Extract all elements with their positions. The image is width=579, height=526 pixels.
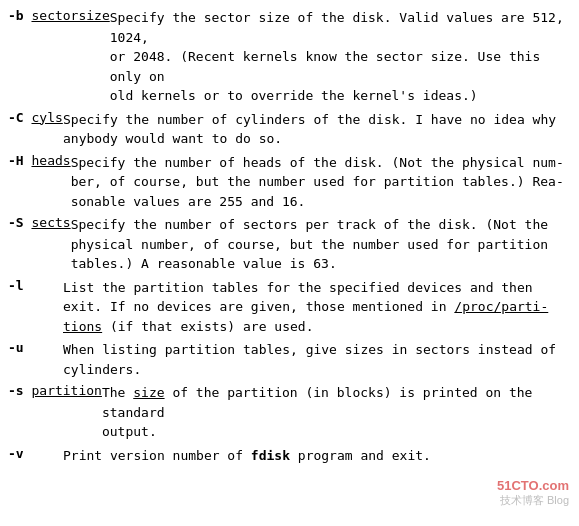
desc-l-text: List the partition tables for the specif… [63, 278, 571, 337]
option-heads: heads [31, 153, 70, 168]
desc-C-text: Specify the number of cylinders of the d… [63, 110, 571, 149]
entry-H: -H heads Specify the number of heads of … [8, 153, 571, 212]
entry-S: -S sects Specify the number of sectors p… [8, 215, 571, 274]
proc-partitions-link[interactable]: /proc/parti-tions [63, 299, 548, 334]
option-sectorsize: sectorsize [31, 8, 109, 23]
flag-col-H: -H heads [8, 153, 71, 212]
desc-b: Specify the sector size of the disk. Val… [110, 8, 571, 106]
desc-v: Print version number of fdisk program an… [63, 446, 571, 466]
desc-u-text: When listing partition tables, give size… [63, 340, 571, 379]
entry-u: -u When listing partition tables, give s… [8, 340, 571, 379]
flag-S: -S [8, 215, 24, 230]
option-sects: sects [31, 215, 70, 230]
desc-b-text: Specify the sector size of the disk. Val… [110, 8, 571, 106]
flag-col-l: -l [8, 278, 63, 337]
option-partition: partition [31, 383, 101, 398]
flag-col-b: -b sectorsize [8, 8, 110, 106]
size-underline: size [133, 385, 164, 400]
watermark-site: 51CTO.com [497, 478, 569, 493]
entry-s: -s partition The size of the partition (… [8, 383, 571, 442]
flag-col-C: -C cyls [8, 110, 63, 149]
desc-s-text: The size of the partition (in blocks) is… [102, 383, 571, 442]
flag-C: -C [8, 110, 24, 125]
desc-H-text: Specify the number of heads of the disk.… [71, 153, 571, 212]
desc-v-text: Print version number of fdisk program an… [63, 446, 571, 466]
watermark: 51CTO.com 技术博客 Blog [497, 478, 569, 508]
flag-col-v: -v [8, 446, 63, 466]
desc-u: When listing partition tables, give size… [63, 340, 571, 379]
flag-col-s: -s partition [8, 383, 102, 442]
desc-C: Specify the number of cylinders of the d… [63, 110, 571, 149]
entry-v: -v Print version number of fdisk program… [8, 446, 571, 466]
option-cyls: cyls [31, 110, 62, 125]
desc-S: Specify the number of sectors per track … [71, 215, 571, 274]
flag-col-S: -S sects [8, 215, 71, 274]
desc-S-text: Specify the number of sectors per track … [71, 215, 571, 274]
man-page-content: -b sectorsize Specify the sector size of… [8, 8, 571, 465]
flag-H: -H [8, 153, 24, 168]
desc-s: The size of the partition (in blocks) is… [102, 383, 571, 442]
flag-col-u: -u [8, 340, 63, 379]
desc-l: List the partition tables for the specif… [63, 278, 571, 337]
flag-u: -u [8, 340, 24, 355]
entry-l: -l List the partition tables for the spe… [8, 278, 571, 337]
flag-s: -s [8, 383, 24, 398]
desc-H: Specify the number of heads of the disk.… [71, 153, 571, 212]
watermark-blog: 技术博客 Blog [497, 493, 569, 508]
fdisk-bold: fdisk [251, 448, 290, 463]
entry-b: -b sectorsize Specify the sector size of… [8, 8, 571, 106]
entry-C: -C cyls Specify the number of cylinders … [8, 110, 571, 149]
flag-b: -b [8, 8, 24, 23]
flag-v: -v [8, 446, 24, 461]
flag-l: -l [8, 278, 24, 293]
